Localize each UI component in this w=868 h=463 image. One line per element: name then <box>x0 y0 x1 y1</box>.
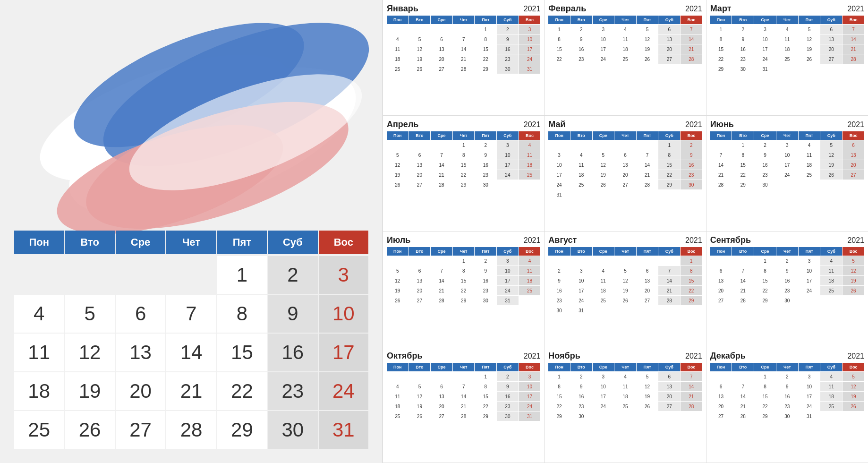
mini-cal-day: 5 <box>637 25 658 34</box>
mini-header-day: Пон <box>548 16 570 24</box>
mini-cal-day: 3 <box>754 25 776 34</box>
mini-header-day: Вто <box>409 16 431 24</box>
calendar-day: 27 <box>116 411 165 449</box>
mini-cal-day: 21 <box>453 54 475 64</box>
mini-month-name: Январь <box>387 4 418 14</box>
mini-cal-day: 27 <box>409 180 431 189</box>
mini-cal-day: 16 <box>776 392 798 401</box>
mini-cal-day: 7 <box>431 150 452 160</box>
mini-cal-day: 21 <box>431 286 452 295</box>
calendar-day: 13 <box>116 334 165 371</box>
mini-cal-day: 20 <box>431 54 452 64</box>
mini-cal-day: 10 <box>593 34 614 44</box>
calendar-day: 14 <box>166 334 216 371</box>
mini-cal-day <box>799 64 820 74</box>
mini-cal-day: 9 <box>570 382 592 391</box>
mini-calendar: ПонВтоСреЧетПятСубВос1234567891011121314… <box>548 247 702 315</box>
mini-cal-day: 18 <box>593 286 614 295</box>
mini-header-day: Сре <box>593 131 614 140</box>
mini-header-day: Пят <box>475 247 496 256</box>
mini-cal-day: 24 <box>519 54 541 64</box>
mini-cal-day: 25 <box>519 170 541 180</box>
mini-cal-day: 26 <box>799 54 820 64</box>
mini-cal-day: 8 <box>710 34 732 44</box>
mini-cal-day: 19 <box>637 44 658 54</box>
mini-cal-day: 23 <box>475 170 496 180</box>
mini-cal-day: 10 <box>570 276 592 285</box>
mini-cal-day: 31 <box>519 412 541 421</box>
mini-cal-day: 10 <box>519 382 541 391</box>
mini-cal-day: 18 <box>614 392 636 401</box>
mini-cal-day: 18 <box>519 160 541 170</box>
mini-cal-header: ПонВтоСреЧетПятСубВос <box>387 247 540 256</box>
mini-header-day: Сре <box>593 363 614 371</box>
mini-cal-day: 1 <box>681 256 702 266</box>
mini-cal-day: 25 <box>387 64 408 74</box>
mini-cal-day <box>732 256 754 266</box>
mini-cal-day: 13 <box>658 34 680 44</box>
mini-cal-day: 11 <box>519 266 541 275</box>
mini-cal-day: 11 <box>387 44 408 54</box>
mini-cal-day: 2 <box>681 140 702 150</box>
mini-month-year: 2021 <box>685 120 702 129</box>
mini-cal-day: 5 <box>614 266 636 275</box>
mini-header-day: Вос <box>519 363 541 371</box>
mini-cal-day: 6 <box>637 266 658 275</box>
mini-cal-day: 4 <box>799 140 820 150</box>
mini-cal-day: 26 <box>593 180 614 189</box>
mini-cal-day: 8 <box>754 382 776 391</box>
mini-cal-day: 3 <box>519 25 541 34</box>
mini-cal-header: ПонВтоСреЧетПятСубВос <box>387 131 540 140</box>
mini-cal-day: 13 <box>710 392 732 401</box>
mini-calendar: ПонВтоСреЧетПятСубВос1234567891011121314… <box>548 363 702 421</box>
mini-cal-day: 7 <box>732 266 754 275</box>
mini-month-year: 2021 <box>685 5 702 13</box>
mini-cal-day: 5 <box>387 150 408 160</box>
mini-cal-day: 5 <box>387 266 408 275</box>
mini-cal-day: 5 <box>593 150 614 160</box>
mini-cal-day <box>842 412 864 421</box>
mini-cal-header: ПонВтоСреЧетПятСубВос <box>548 247 702 256</box>
header-sun: Вос <box>319 231 368 254</box>
mini-header-day: Пят <box>475 131 496 140</box>
mini-header-day: Сре <box>754 131 776 140</box>
mini-header-day: Пят <box>637 131 658 140</box>
mini-header-day: Пон <box>387 16 408 24</box>
mini-cal-day: 30 <box>475 180 496 189</box>
mini-month-header: Ноябрь2021 <box>548 351 702 361</box>
mini-cal-day: 22 <box>658 170 680 180</box>
mini-cal-day: 21 <box>732 402 754 411</box>
mini-cal-day <box>593 306 614 315</box>
mini-cal-day: 19 <box>614 286 636 295</box>
mini-cal-day: 1 <box>453 140 475 150</box>
mini-cal-day <box>710 372 732 381</box>
mini-month-header: Январь2021 <box>387 4 540 14</box>
mini-header-day: Вто <box>570 363 592 371</box>
mini-cal-day <box>387 25 408 34</box>
mini-cal-day: 6 <box>710 382 732 391</box>
mini-cal-day: 8 <box>681 266 702 275</box>
mini-cal-day: 5 <box>799 25 820 34</box>
mini-cal-day: 27 <box>431 412 452 421</box>
mini-cal-day: 24 <box>799 402 820 411</box>
mini-cal-day: 3 <box>570 266 592 275</box>
mini-cal-day: 1 <box>754 256 776 266</box>
mini-cal-day: 17 <box>548 170 570 180</box>
mini-cal-day: 1 <box>548 25 570 34</box>
mini-cal-day: 30 <box>497 64 519 74</box>
mini-header-day: Пят <box>475 363 496 371</box>
mini-cal-day: 18 <box>387 402 408 411</box>
mini-cal-day: 12 <box>387 160 408 170</box>
mini-cal-day: 4 <box>570 150 592 160</box>
mini-cal-day: 30 <box>570 412 592 421</box>
calendar-day: 4 <box>14 295 64 333</box>
mini-header-day: Чет <box>453 363 475 371</box>
mini-month-year: 2021 <box>847 352 864 360</box>
mini-month-10: Октябрь2021ПонВтоСреЧетПятСубВос12345678… <box>383 347 545 463</box>
mini-header-day: Вос <box>681 131 702 140</box>
mini-cal-day: 23 <box>570 54 592 64</box>
mini-cal-day: 3 <box>593 25 614 34</box>
calendar-day: 22 <box>217 372 267 410</box>
mini-cal-day: 29 <box>548 412 570 421</box>
mini-header-day: Суб <box>820 16 842 24</box>
